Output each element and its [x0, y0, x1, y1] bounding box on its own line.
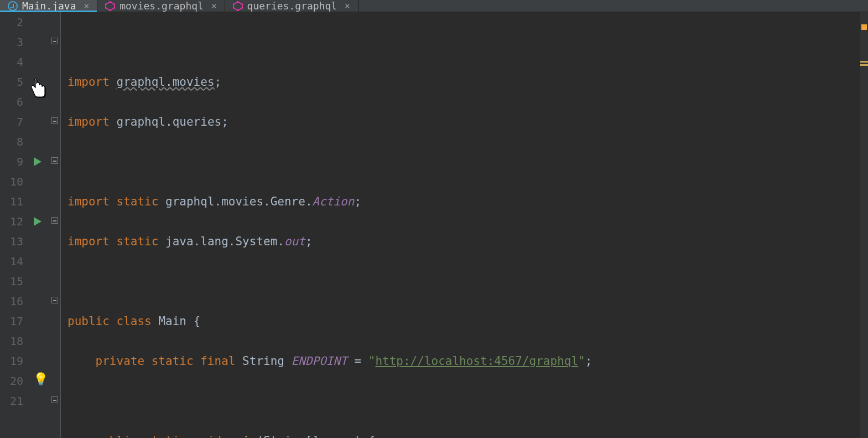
tab-label: movies.graphql: [119, 0, 204, 12]
line-number: 15: [0, 271, 23, 291]
line-number: 4: [0, 52, 23, 72]
line-number: 13: [0, 231, 23, 251]
svg-point-9: [237, 1, 238, 3]
intention-bulb-icon[interactable]: 💡: [33, 372, 48, 386]
fold-toggle-icon[interactable]: [51, 396, 58, 403]
close-icon[interactable]: ×: [211, 1, 217, 11]
minimap-marker[interactable]: [860, 64, 868, 66]
editor-scrollbar[interactable]: [860, 12, 868, 438]
tab-queries-graphql[interactable]: queries.graphql ×: [225, 0, 358, 12]
code-area[interactable]: import graphql.movies; import graphql.qu…: [61, 12, 860, 438]
tab-label: queries.graphql: [247, 0, 337, 12]
run-line-icon[interactable]: [34, 217, 41, 226]
line-number: 16: [0, 291, 23, 311]
line-number: 20: [0, 371, 23, 391]
tab-main-java[interactable]: Main.java ×: [0, 0, 97, 12]
close-icon[interactable]: ×: [345, 1, 350, 11]
svg-marker-8: [233, 2, 242, 11]
tab-label: Main.java: [22, 0, 76, 12]
editor-tabs: Main.java × movies.graphql × queries.gra…: [0, 0, 868, 12]
fold-toggle-icon[interactable]: [51, 217, 58, 224]
fold-toggle-icon[interactable]: [51, 38, 58, 44]
warning-marker-icon[interactable]: [861, 24, 867, 30]
close-icon[interactable]: ×: [84, 1, 90, 11]
line-number: 18: [0, 331, 23, 351]
gutter-icon-strip: 💡: [29, 12, 50, 438]
line-number: 7: [0, 112, 23, 132]
fold-gutter: [50, 12, 61, 438]
line-number: 9: [0, 152, 23, 172]
line-number: 10: [0, 172, 23, 192]
line-number: 12: [0, 212, 23, 231]
line-number-gutter[interactable]: 2 3 4 5 6 7 8 9 10 11 12 13 14 15 16 17 …: [0, 12, 29, 438]
fold-toggle-icon[interactable]: [51, 297, 58, 303]
line-number: 3: [0, 32, 23, 52]
line-number: 8: [0, 132, 23, 152]
fold-toggle-icon[interactable]: [51, 117, 58, 124]
svg-marker-1: [106, 2, 115, 11]
graphql-file-icon: [105, 1, 115, 11]
line-number: 17: [0, 311, 23, 331]
line-number: 21: [0, 391, 23, 411]
graphql-file-icon: [233, 1, 243, 11]
line-number: 19: [0, 351, 23, 371]
line-number: 2: [0, 12, 23, 32]
line-number: 14: [0, 251, 23, 271]
line-number: 5: [0, 72, 23, 92]
java-file-icon: [8, 1, 18, 11]
svg-point-12: [237, 9, 238, 11]
fold-toggle-icon[interactable]: [51, 157, 58, 164]
svg-point-5: [110, 9, 111, 11]
run-line-icon[interactable]: [34, 157, 41, 166]
line-number: 11: [0, 192, 23, 212]
editor-body: 2 3 4 5 6 7 8 9 10 11 12 13 14 15 16 17 …: [0, 12, 868, 438]
line-number: 6: [0, 92, 23, 112]
code-editor: Main.java × movies.graphql × queries.gra…: [0, 0, 868, 438]
minimap-marker[interactable]: [860, 61, 868, 63]
tab-movies-graphql[interactable]: movies.graphql ×: [97, 0, 225, 12]
svg-point-2: [110, 1, 111, 3]
